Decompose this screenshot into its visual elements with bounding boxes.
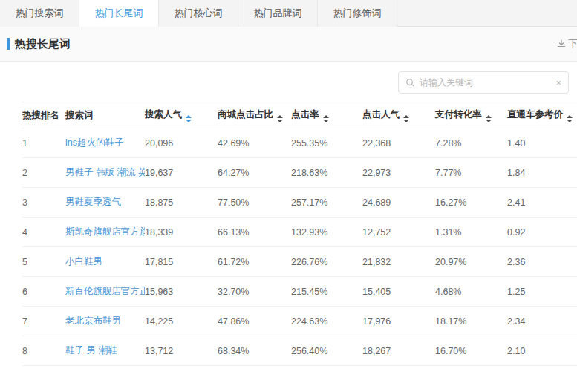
col-header-keyword: 搜索词 — [65, 102, 145, 128]
cell-pay-conversion: 16.27% — [435, 188, 507, 218]
cell-pay-conversion: 7.28% — [435, 128, 507, 158]
col-header-rank: 热搜排名 — [22, 102, 65, 128]
cell-keyword-link[interactable]: 小白鞋男 — [65, 247, 145, 277]
cell-mall-click-ratio: 68.34% — [218, 336, 291, 366]
cell-keyword-link[interactable]: 男鞋夏季透气 — [65, 188, 145, 218]
cell-rank: 1 — [22, 128, 65, 158]
sort-icon-click-popularity[interactable] — [403, 115, 409, 122]
sort-icon-ztc-ref-price[interactable] — [567, 115, 573, 122]
cell-click-popularity: 18,267 — [362, 336, 435, 366]
cell-search-popularity: 14,225 — [145, 307, 218, 336]
cell-mall-click-ratio: 66.13% — [218, 218, 291, 247]
keyword-search-box: × — [398, 71, 569, 94]
page-title: 热搜长尾词 — [15, 37, 71, 51]
cell-search-popularity: 19,637 — [145, 158, 218, 188]
cell-rank: 2 — [22, 158, 65, 188]
tab-hot-core-words[interactable]: 热门核心词 — [159, 0, 238, 27]
cell-click-popularity: 17,976 — [362, 307, 435, 336]
section-header: 热搜长尾词 下载 — [0, 27, 577, 62]
cell-keyword-link[interactable]: 鞋子 男 潮鞋 — [65, 336, 145, 366]
col-header-click-rate[interactable]: 点击率 — [291, 102, 362, 128]
cell-search-popularity: 18,875 — [145, 188, 218, 218]
cell-click-popularity: 15,405 — [362, 277, 435, 307]
cell-keyword-link[interactable]: 新百伦旗舰店官方正品 — [65, 277, 145, 307]
sort-icon-search-popularity[interactable] — [186, 115, 192, 122]
download-icon — [557, 39, 566, 48]
table-header-row: 热搜排名 搜索词 搜索人气 商城点击占比 点击率 点击人气 支付转化率 直通车参… — [22, 102, 577, 128]
cell-pay-conversion: 1.31% — [435, 218, 507, 247]
table-row: 5 小白鞋男 17,815 61.72% 226.76% 21,832 20.9… — [22, 247, 577, 277]
cell-mall-click-ratio: 32.70% — [218, 277, 291, 307]
table-row: 7 老北京布鞋男 14,225 47.86% 224.63% 17,976 18… — [22, 307, 577, 336]
tab-bar: 热门搜索词 热门长尾词 热门核心词 热门品牌词 热门修饰词 — [0, 0, 577, 27]
cell-click-popularity: 22,368 — [362, 128, 435, 158]
cell-rank: 8 — [22, 336, 65, 366]
cell-keyword-link[interactable]: ins超火的鞋子 — [65, 128, 145, 158]
col-header-click-popularity[interactable]: 点击人气 — [362, 102, 435, 128]
cell-ztc-ref-price: 1.40 — [507, 128, 577, 158]
cell-rank: 5 — [22, 247, 65, 277]
cell-click-rate: 255.35% — [291, 128, 362, 158]
cell-ztc-ref-price: 2.41 — [507, 188, 577, 218]
cell-search-popularity: 20,096 — [145, 128, 218, 158]
cell-mall-click-ratio: 42.69% — [218, 128, 291, 158]
table-row: 1 ins超火的鞋子 20,096 42.69% 255.35% 22,368 … — [22, 128, 577, 158]
cell-click-popularity: 21,832 — [362, 247, 435, 277]
sort-icon-mall-click-ratio[interactable] — [277, 115, 283, 122]
col-header-search-popularity[interactable]: 搜索人气 — [145, 102, 218, 128]
search-input[interactable] — [420, 77, 552, 88]
cell-click-rate: 218.63% — [291, 158, 362, 188]
cell-click-rate: 132.93% — [291, 218, 362, 247]
cell-mall-click-ratio: 61.72% — [218, 247, 291, 277]
cell-ztc-ref-price: 1.25 — [507, 277, 577, 307]
tab-hot-longtail-words[interactable]: 热门长尾词 — [79, 0, 159, 27]
col-header-ztc-ref-price[interactable]: 直通车参考价 — [507, 102, 577, 128]
table-row: 2 男鞋子 韩版 潮流 英... 19,637 64.27% 218.63% 2… — [22, 158, 577, 188]
sort-icon-click-rate[interactable] — [323, 115, 329, 122]
cell-keyword-link[interactable]: 老北京布鞋男 — [65, 307, 145, 336]
cell-mall-click-ratio: 77.50% — [218, 188, 291, 218]
title-accent-bar — [7, 38, 10, 50]
sort-icon-pay-conversion[interactable] — [486, 115, 492, 122]
cell-search-popularity: 18,339 — [145, 218, 218, 247]
cell-click-popularity: 24,689 — [362, 188, 435, 218]
table-row: 6 新百伦旗舰店官方正品 15,963 32.70% 215.45% 15,40… — [22, 277, 577, 307]
toolbar: × — [0, 62, 577, 102]
cell-mall-click-ratio: 64.27% — [218, 158, 291, 188]
tab-hot-search-words[interactable]: 热门搜索词 — [0, 0, 79, 27]
cell-ztc-ref-price: 2.34 — [507, 307, 577, 336]
cell-click-rate: 224.63% — [291, 307, 362, 336]
tab-hot-modifier-words[interactable]: 热门修饰词 — [318, 0, 397, 27]
cell-click-rate: 256.40% — [291, 336, 362, 366]
cell-click-rate: 215.45% — [291, 277, 362, 307]
cell-pay-conversion: 4.68% — [435, 277, 507, 307]
table-row: 3 男鞋夏季透气 18,875 77.50% 257.17% 24,689 16… — [22, 188, 577, 218]
cell-keyword-link[interactable]: 斯凯奇旗舰店官方旗舰 — [65, 218, 145, 247]
cell-rank: 7 — [22, 307, 65, 336]
download-label: 下载 — [568, 37, 577, 50]
cell-ztc-ref-price: 0.92 — [507, 218, 577, 247]
table-row: 8 鞋子 男 潮鞋 13,712 68.34% 256.40% 18,267 1… — [22, 336, 577, 366]
cell-click-popularity: 22,973 — [362, 158, 435, 188]
cell-pay-conversion: 16.70% — [435, 336, 507, 366]
cell-keyword-link[interactable]: 男鞋子 韩版 潮流 英... — [65, 158, 145, 188]
search-icon — [405, 78, 415, 88]
cell-pay-conversion: 20.97% — [435, 247, 507, 277]
cell-mall-click-ratio: 47.86% — [218, 307, 291, 336]
cell-search-popularity: 15,963 — [145, 277, 218, 307]
cell-ztc-ref-price: 1.84 — [507, 158, 577, 188]
col-header-mall-click-ratio[interactable]: 商城点击占比 — [218, 102, 291, 128]
cell-click-popularity: 12,752 — [362, 218, 435, 247]
cell-pay-conversion: 18.17% — [435, 307, 507, 336]
cell-rank: 4 — [22, 218, 65, 247]
cell-rank: 3 — [22, 188, 65, 218]
col-header-pay-conversion[interactable]: 支付转化率 — [435, 102, 507, 128]
clear-search-icon[interactable]: × — [552, 77, 568, 88]
cell-click-rate: 257.17% — [291, 188, 362, 218]
cell-search-popularity: 13,712 — [145, 336, 218, 366]
cell-ztc-ref-price: 2.10 — [507, 336, 577, 366]
cell-pay-conversion: 7.77% — [435, 158, 507, 188]
download-button[interactable]: 下载 — [557, 37, 577, 50]
cell-click-rate: 226.76% — [291, 247, 362, 277]
tab-hot-brand-words[interactable]: 热门品牌词 — [238, 0, 318, 27]
